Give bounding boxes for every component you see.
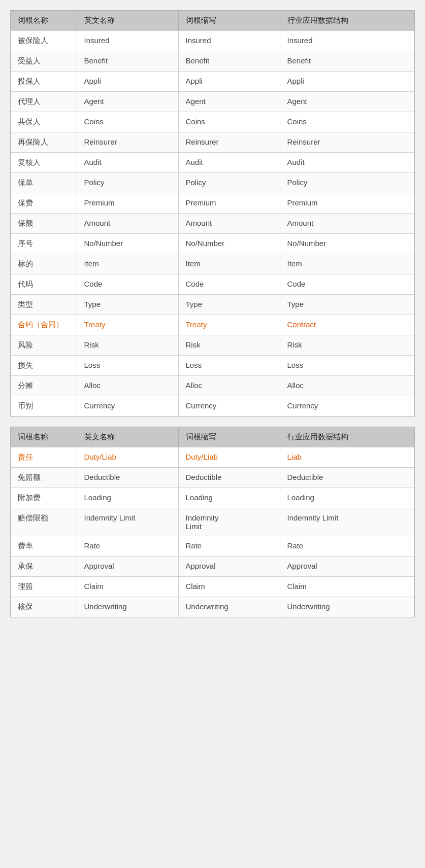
table-row: 赔偿限额 Indemnity Limit IndemnityLimit Inde… xyxy=(11,508,414,536)
cell-industry: Insured xyxy=(280,31,414,51)
cell-chinese: 币别 xyxy=(11,396,77,416)
table1-header-row: 词根名称 英文名称 词根缩写 行业应用数据结构 xyxy=(11,11,414,31)
table-row: 责任 Duty/Liab Duty/Liab Liab xyxy=(11,447,414,468)
table-row: 被保险人 Insured Insured Insured xyxy=(11,31,414,51)
cell-industry: Indemnity Limit xyxy=(280,508,414,536)
cell-english: Currency xyxy=(77,396,178,416)
cell-abbr: Rate xyxy=(178,536,280,557)
cell-industry: Loading xyxy=(280,488,414,508)
cell-english: Claim xyxy=(77,577,178,597)
cell-abbr: Currency xyxy=(178,396,280,416)
cell-english: Agent xyxy=(77,92,178,112)
table-row: 序号 No/Number No/Number No/Number xyxy=(11,234,414,254)
cell-industry: Benefit xyxy=(280,51,414,72)
cell-industry: Risk xyxy=(280,335,414,356)
cell-english: Alloc xyxy=(77,376,178,396)
table1: 词根名称 英文名称 词根缩写 行业应用数据结构 被保险人 Insured Ins… xyxy=(11,11,414,416)
table-row: 代码 Code Code Code xyxy=(11,274,414,295)
cell-chinese: 附加费 xyxy=(11,488,77,508)
cell-industry: Item xyxy=(280,254,414,274)
table-row: 受益人 Benefit Benefit Benefit xyxy=(11,51,414,72)
cell-chinese: 共保人 xyxy=(11,112,77,132)
cell-chinese: 投保人 xyxy=(11,72,77,92)
table-row: 币别 Currency Currency Currency xyxy=(11,396,414,416)
table-row: 保费 Premium Premium Premium xyxy=(11,193,414,214)
col-header-chinese: 词根名称 xyxy=(11,11,77,31)
cell-english: Underwriting xyxy=(77,597,178,617)
cell-industry: Coins xyxy=(280,112,414,132)
cell-chinese: 核保 xyxy=(11,597,77,617)
table-row: 标的 Item Item Item xyxy=(11,254,414,274)
table-row: 共保人 Coins Coins Coins xyxy=(11,112,414,132)
table1-container: 词根名称 英文名称 词根缩写 行业应用数据结构 被保险人 Insured Ins… xyxy=(10,10,415,416)
cell-abbr: Approval xyxy=(178,557,280,577)
table-row: 类型 Type Type Type xyxy=(11,295,414,315)
cell-industry: Claim xyxy=(280,577,414,597)
cell-chinese: 免赔额 xyxy=(11,468,77,488)
col2-header-chinese: 词根名称 xyxy=(11,427,77,447)
cell-english: Duty/Liab xyxy=(77,447,178,468)
cell-english: Indemnity Limit xyxy=(77,508,178,536)
cell-industry: Rate xyxy=(280,536,414,557)
table-row: 风险 Risk Risk Risk xyxy=(11,335,414,356)
cell-abbr: Policy xyxy=(178,173,280,193)
cell-english: Deductible xyxy=(77,468,178,488)
cell-chinese: 保单 xyxy=(11,173,77,193)
table-row: 附加费 Loading Loading Loading xyxy=(11,488,414,508)
cell-industry: Currency xyxy=(280,396,414,416)
cell-industry: Audit xyxy=(280,153,414,173)
cell-chinese: 分摊 xyxy=(11,376,77,396)
cell-english: No/Number xyxy=(77,234,178,254)
cell-abbr: Type xyxy=(178,295,280,315)
page-wrapper: 词根名称 英文名称 词根缩写 行业应用数据结构 被保险人 Insured Ins… xyxy=(0,0,425,628)
cell-chinese: 保费 xyxy=(11,193,77,214)
table2: 词根名称 英文名称 词根缩写 行业应用数据结构 责任 Duty/Liab Dut… xyxy=(11,427,414,617)
cell-chinese: 序号 xyxy=(11,234,77,254)
cell-industry: Policy xyxy=(280,173,414,193)
cell-abbr: Risk xyxy=(178,335,280,356)
cell-industry: No/Number xyxy=(280,234,414,254)
cell-chinese: 类型 xyxy=(11,295,77,315)
table2-container: 词根名称 英文名称 词根缩写 行业应用数据结构 责任 Duty/Liab Dut… xyxy=(10,427,415,617)
col-header-abbr: 词根缩写 xyxy=(178,11,280,31)
cell-industry: Loss xyxy=(280,356,414,376)
cell-english: Risk xyxy=(77,335,178,356)
cell-abbr: Claim xyxy=(178,577,280,597)
cell-abbr: Reinsurer xyxy=(178,132,280,153)
cell-abbr: Premium xyxy=(178,193,280,214)
cell-chinese: 理赔 xyxy=(11,577,77,597)
cell-english: Premium xyxy=(77,193,178,214)
cell-english: Approval xyxy=(77,557,178,577)
cell-industry: Alloc xyxy=(280,376,414,396)
table-row: 复核人 Audit Audit Audit xyxy=(11,153,414,173)
table-row: 合约（合同） Treaty Treaty Contract xyxy=(11,315,414,335)
table-row: 免赔额 Deductible Deductible Deductible xyxy=(11,468,414,488)
cell-chinese: 复核人 xyxy=(11,153,77,173)
table-row: 投保人 Appli Appli Appli xyxy=(11,72,414,92)
cell-chinese: 风险 xyxy=(11,335,77,356)
table-row: 核保 Underwriting Underwriting Underwritin… xyxy=(11,597,414,617)
cell-chinese: 损失 xyxy=(11,356,77,376)
cell-industry: Amount xyxy=(280,214,414,234)
cell-chinese: 代码 xyxy=(11,274,77,295)
cell-abbr: Loss xyxy=(178,356,280,376)
table-row: 理赔 Claim Claim Claim xyxy=(11,577,414,597)
cell-abbr: Item xyxy=(178,254,280,274)
table-row: 保额 Amount Amount Amount xyxy=(11,214,414,234)
cell-english: Type xyxy=(77,295,178,315)
cell-chinese: 责任 xyxy=(11,447,77,468)
table-row: 再保险人 Reinsurer Reinsurer Reinsurer xyxy=(11,132,414,153)
cell-abbr: Coins xyxy=(178,112,280,132)
cell-chinese: 合约（合同） xyxy=(11,315,77,335)
table-row: 费率 Rate Rate Rate xyxy=(11,536,414,557)
cell-abbr: Agent xyxy=(178,92,280,112)
cell-english: Code xyxy=(77,274,178,295)
cell-abbr: No/Number xyxy=(178,234,280,254)
cell-industry: Appli xyxy=(280,72,414,92)
col2-header-english: 英文名称 xyxy=(77,427,178,447)
cell-abbr: Audit xyxy=(178,153,280,173)
cell-chinese: 代理人 xyxy=(11,92,77,112)
cell-chinese: 保额 xyxy=(11,214,77,234)
cell-chinese: 赔偿限额 xyxy=(11,508,77,536)
cell-industry: Contract xyxy=(280,315,414,335)
